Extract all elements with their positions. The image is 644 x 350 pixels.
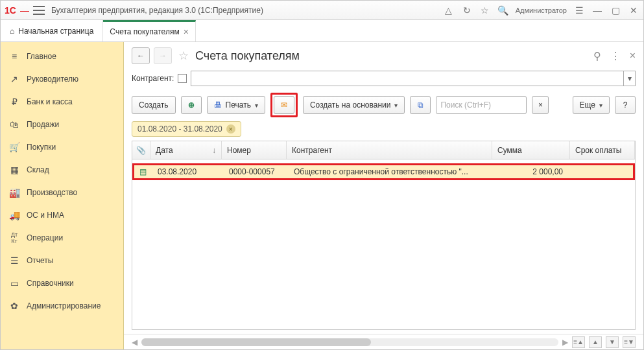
favorite-star-icon[interactable]: ☆ (178, 49, 189, 63)
nav-forward-button[interactable]: → (154, 47, 172, 64)
col-counterparty[interactable]: Контрагент (287, 141, 492, 159)
tab-close-icon[interactable]: × (184, 27, 189, 37)
tab-home[interactable]: ⌂ Начальная страница (1, 20, 103, 41)
close-content-icon[interactable]: × (630, 50, 636, 62)
horizontal-scrollbar[interactable] (141, 338, 558, 346)
more-button[interactable]: Еще▾ (573, 96, 610, 114)
create-based-button[interactable]: Создать на основании▾ (303, 96, 405, 114)
email-button[interactable]: ✉ (274, 96, 294, 114)
sidebar-item-purchases[interactable]: 🛒Покупки (1, 135, 123, 158)
kebab-icon[interactable]: ⋮ (610, 50, 621, 62)
caret-down-icon: ▾ (394, 102, 398, 109)
col-sum[interactable]: Сумма (492, 141, 570, 159)
help-label: ? (623, 100, 628, 110)
factory-icon: 🏭 (8, 187, 20, 198)
sidebar-item-catalogs[interactable]: ▭Справочники (1, 272, 123, 294)
nav-back-button[interactable]: ← (132, 47, 150, 64)
sidebar-item-production[interactable]: 🏭Производство (1, 181, 123, 204)
bottom-bar: ◀ ▶ ≡▲ ▲ ▼ ≡▼ (124, 334, 643, 349)
scrollbar-thumb[interactable] (141, 338, 371, 346)
tab-strip: ⌂ Начальная страница Счета покупателям × (1, 20, 643, 42)
bag-icon: 🛍 (8, 119, 20, 130)
help-button[interactable]: ? (615, 96, 636, 114)
cell-counterparty: Общество с ограниченной ответственностью… (289, 167, 490, 176)
filter-checkbox[interactable] (178, 74, 187, 83)
search-placeholder: Поиск (Ctrl+F) (440, 100, 522, 110)
tab-active[interactable]: Счета покупателям × (103, 20, 195, 41)
date-filter-chip[interactable]: 01.08.2020 - 31.08.2020 × (132, 121, 241, 137)
page-first-button[interactable]: ≡▲ (572, 336, 585, 348)
content-area: ← → ☆ Счета покупателям ⚲ ⋮ × Контрагент… (124, 42, 643, 349)
col-date[interactable]: Дата (150, 141, 222, 159)
print-button[interactable]: 🖶Печать▾ (207, 96, 265, 114)
link-icon[interactable]: ⚲ (593, 50, 601, 62)
hamburger-icon[interactable] (33, 6, 45, 15)
table: 📎 Дата Номер Контрагент Сумма Срок оплат… (132, 141, 636, 330)
create-copy-button[interactable]: ⊕ (181, 96, 202, 114)
scroll-left-icon[interactable]: ◀ (132, 338, 137, 347)
col-attachment[interactable]: 📎 (132, 141, 150, 159)
page-last-button[interactable]: ≡▼ (623, 336, 636, 348)
truck-icon: 🚚 (8, 210, 20, 220)
history-icon[interactable]: ↻ (461, 5, 473, 16)
sidebar-label: Справочники (27, 279, 74, 288)
col-date-label: Дата (156, 146, 173, 155)
sidebar-item-sales[interactable]: 🛍Продажи (1, 113, 123, 135)
dtkt-icon: Дт Кт (8, 231, 20, 244)
col-due[interactable]: Срок оплаты (570, 141, 635, 159)
col-number[interactable]: Номер (222, 141, 287, 159)
table-row[interactable]: ▤ 03.08.2020 0000-000057 Общество с огра… (132, 163, 635, 180)
create-based-label: Создать на основании (310, 100, 391, 110)
search-box[interactable]: Поиск (Ctrl+F) (436, 96, 527, 114)
email-button-highlight: ✉ (270, 93, 298, 117)
sidebar-label: Руководителю (27, 75, 78, 84)
sidebar-label: Банк и касса (27, 97, 73, 106)
create-button[interactable]: Создать (132, 96, 176, 114)
create-label: Создать (139, 100, 169, 110)
chip-clear-icon[interactable]: × (226, 124, 235, 134)
tab-home-label: Начальная страница (18, 27, 93, 36)
bell-icon[interactable]: △ (443, 5, 455, 16)
scroll-right-icon[interactable]: ▶ (562, 338, 568, 347)
sidebar-item-operations[interactable]: Дт КтОперации (1, 226, 123, 249)
close-window-icon[interactable]: ✕ (628, 5, 639, 16)
sidebar-label: Главное (27, 52, 56, 61)
cart-icon: 🛒 (8, 142, 20, 152)
sidebar-label: Продажи (27, 120, 59, 129)
sidebar-label: Администрирование (27, 301, 101, 310)
sidebar-item-manager[interactable]: ↗Руководителю (1, 67, 123, 90)
sidebar-item-warehouse[interactable]: ▦Склад (1, 158, 123, 181)
counterparty-filter-input[interactable]: ▾ (191, 71, 636, 86)
plus-icon: ⊕ (188, 100, 195, 110)
search-icon[interactable]: 🔍 (497, 5, 509, 16)
settings-filter-icon[interactable]: ☰ (573, 5, 585, 16)
sidebar-item-admin[interactable]: ✿Администрирование (1, 294, 123, 317)
star-icon[interactable]: ☆ (479, 5, 491, 16)
sidebar-label: Операции (27, 233, 63, 242)
page-header: ← → ☆ Счета покупателям ⚲ ⋮ × (124, 42, 643, 68)
main-icon: ≡ (8, 51, 20, 62)
ruble-icon: ₽ (8, 97, 20, 107)
document-icon: ▤ (139, 167, 147, 176)
window-icon: ▭ (8, 278, 20, 288)
page-title: Счета покупателям (195, 49, 584, 63)
chart-icon: ↗ (8, 74, 20, 84)
sidebar-item-bank[interactable]: ₽Банк и касса (1, 90, 123, 113)
sidebar: ≡Главное ↗Руководителю ₽Банк и касса 🛍Пр… (1, 42, 124, 349)
sidebar-item-assets[interactable]: 🚚ОС и НМА (1, 204, 123, 226)
search-clear-button[interactable]: × (532, 96, 549, 114)
minimize-icon[interactable]: — (591, 5, 603, 16)
caret-down-icon: ▾ (599, 102, 602, 109)
page-up-button[interactable]: ▲ (589, 336, 602, 348)
page-down-button[interactable]: ▼ (606, 336, 619, 348)
dropdown-icon[interactable]: ▾ (623, 71, 635, 86)
col-sum-label: Сумма (497, 146, 522, 155)
date-chip-label: 01.08.2020 - 31.08.2020 (137, 124, 222, 134)
chip-row: 01.08.2020 - 31.08.2020 × (124, 121, 643, 141)
maximize-icon[interactable]: ▢ (610, 5, 621, 16)
sidebar-item-main[interactable]: ≡Главное (1, 45, 123, 67)
related-docs-button[interactable]: ⧉ (410, 96, 431, 114)
grid-icon: ▦ (8, 165, 20, 175)
sidebar-item-reports[interactable]: ☰Отчеты (1, 249, 123, 272)
logo-1c: 1С (5, 5, 16, 16)
